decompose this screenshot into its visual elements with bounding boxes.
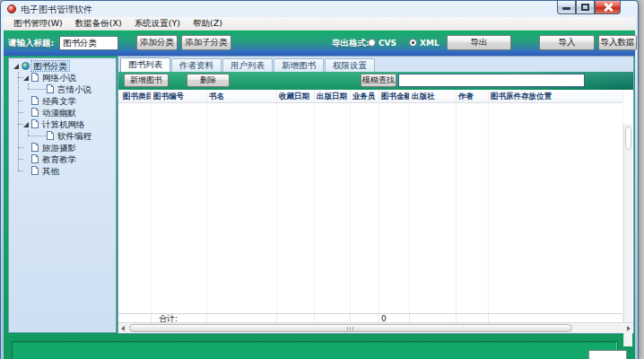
- menu-item[interactable]: 系统设置(Y): [128, 17, 187, 31]
- table-column: [277, 103, 315, 313]
- table-column: [315, 103, 351, 313]
- tree-item[interactable]: 软件编程: [9, 130, 116, 142]
- add-category-button[interactable]: 添加分类: [136, 35, 178, 50]
- tab-新增图书[interactable]: 新增图书: [274, 58, 324, 72]
- scroll-right-button[interactable]: [623, 323, 633, 333]
- document-icon: [31, 73, 39, 82]
- import-data-button[interactable]: 导入数据: [598, 35, 637, 50]
- tree-item[interactable]: 网络小说: [9, 72, 116, 83]
- scrollbar-gripper-icon: [347, 327, 354, 330]
- window-controls: [557, 1, 621, 14]
- app-window: 电子图书管理软件 图书管理(W)数据备份(X)系统设置(Y)帮助(Z) 请输入标…: [0, 0, 639, 359]
- scroll-left-button[interactable]: [118, 323, 128, 333]
- action-bar: 新增图书 删除 模糊查找: [118, 72, 633, 90]
- tree-item[interactable]: 旅游摄影: [9, 142, 116, 153]
- export-format-label: 导出格式:: [332, 38, 370, 49]
- tree-item[interactable]: 言情小说: [9, 83, 116, 95]
- radio-xml[interactable]: [409, 39, 417, 47]
- document-icon: [31, 119, 39, 128]
- tree-item-label: 计算机网络: [40, 119, 87, 129]
- tree-item[interactable]: 教育教学: [9, 153, 116, 165]
- radio-cvs-label[interactable]: CVS: [379, 39, 396, 48]
- minimize-icon: [562, 7, 570, 10]
- menu-bar: 图书管理(W)数据备份(X)系统设置(Y)帮助(Z): [4, 17, 635, 31]
- title-input-label: 请输入标题:: [8, 38, 54, 49]
- table-column: [121, 103, 152, 313]
- document-icon: [31, 108, 39, 117]
- table-column: [410, 103, 457, 313]
- toolbar: 请输入标题: 添加分类 添加子分类 导出格式: CVS XML 导出 导入 导入…: [4, 31, 635, 56]
- horizontal-scrollbar[interactable]: [118, 322, 633, 333]
- vertical-scrollbar[interactable]: [623, 124, 632, 346]
- tab-图书列表[interactable]: 图书列表: [120, 57, 170, 72]
- export-button[interactable]: 导出: [447, 35, 511, 50]
- bottom-panel: [12, 341, 618, 359]
- fuzzy-search-button[interactable]: 模糊查找: [361, 74, 396, 87]
- tree-item-label: 图书分类: [31, 61, 69, 71]
- table-header: 图书类目图书编号书名收藏日期出版日期业务员图书金额出版社作者图书原件存放位置: [118, 90, 622, 103]
- column-header[interactable]: 图书编号: [152, 90, 207, 102]
- document-icon: [31, 154, 39, 163]
- tab-权限设置[interactable]: 权限设置: [325, 58, 375, 72]
- close-button[interactable]: [595, 1, 621, 14]
- maximize-button[interactable]: [576, 1, 595, 14]
- column-header[interactable]: 图书金额: [379, 90, 410, 102]
- expand-arrow-icon[interactable]: [23, 75, 29, 81]
- table-column: [207, 103, 277, 313]
- column-header[interactable]: 图书原件存放位置: [489, 90, 623, 102]
- radio-cvs[interactable]: [368, 39, 376, 47]
- search-input[interactable]: [398, 74, 585, 87]
- column-header[interactable]: 图书类目: [121, 90, 152, 102]
- column-header[interactable]: 书名: [207, 90, 277, 102]
- menu-item[interactable]: 帮助(Z): [187, 17, 229, 31]
- tree-connector: [28, 136, 46, 136]
- tree-item[interactable]: 计算机网络: [9, 118, 116, 130]
- tree-item[interactable]: 经典文学: [9, 95, 116, 107]
- tree-item-label: 旅游摄影: [40, 143, 78, 153]
- tree-item[interactable]: 图书分类: [9, 60, 116, 72]
- tree-item[interactable]: 其他: [9, 165, 116, 177]
- book-table: 图书类目图书编号书名收藏日期出版日期业务员图书金额出版社作者图书原件存放位置 合…: [118, 90, 633, 333]
- document-icon: [31, 143, 39, 152]
- menu-item[interactable]: 数据备份(X): [69, 17, 128, 31]
- add-subcategory-button[interactable]: 添加子分类: [181, 35, 231, 50]
- table-column: [457, 103, 489, 313]
- column-header[interactable]: 业务员: [351, 90, 379, 102]
- column-header[interactable]: 出版社: [410, 90, 457, 102]
- expand-arrow-icon[interactable]: [23, 122, 29, 127]
- tree-item-label: 网络小说: [40, 73, 78, 83]
- expand-arrow-icon[interactable]: [13, 64, 19, 69]
- tree-connector: [18, 101, 23, 101]
- table-column: [351, 103, 379, 313]
- window-title: 电子图书管理软件: [21, 4, 92, 16]
- document-icon: [47, 84, 54, 93]
- tree-item[interactable]: 动漫幽默: [9, 107, 116, 118]
- delete-button[interactable]: 删除: [187, 74, 230, 87]
- title-bar[interactable]: 电子图书管理软件: [1, 1, 638, 17]
- column-header[interactable]: 收藏日期: [277, 90, 315, 102]
- vertical-scrollbar-thumb[interactable]: [625, 127, 631, 150]
- table-column: [379, 103, 410, 313]
- table-column: [489, 103, 623, 313]
- tab-作者资料[interactable]: 作者资料: [171, 58, 222, 72]
- title-input[interactable]: [59, 36, 118, 50]
- frame-content: 图书管理(W)数据备份(X)系统设置(Y)帮助(Z) 请输入标题: 添加分类 添…: [4, 17, 635, 359]
- tab-strip: 图书列表作者资料用户列表新增图书权限设置: [118, 57, 633, 72]
- menu-item[interactable]: 图书管理(W): [7, 17, 69, 31]
- tab-用户列表[interactable]: 用户列表: [222, 58, 273, 72]
- close-icon: [604, 3, 613, 12]
- radio-xml-label[interactable]: XML: [420, 39, 439, 48]
- arrow-left-icon: [121, 326, 125, 331]
- minimize-button[interactable]: [557, 1, 576, 14]
- bottom-text-box[interactable]: [588, 350, 627, 359]
- horizontal-scrollbar-thumb[interactable]: [129, 324, 572, 332]
- column-header[interactable]: 出版日期: [315, 90, 351, 102]
- category-tree: 图书分类网络小说言情小说经典文学动漫幽默计算机网络软件编程旅游摄影教育教学其他: [8, 57, 117, 333]
- table-body: [118, 103, 622, 313]
- document-icon: [47, 131, 54, 140]
- add-book-button[interactable]: 新增图书: [124, 74, 169, 87]
- import-button[interactable]: 导入: [539, 35, 595, 50]
- arrow-right-icon: [627, 326, 631, 331]
- column-header[interactable]: 作者: [457, 90, 489, 102]
- main-panel: 图书列表作者资料用户列表新增图书权限设置 新增图书 删除 模糊查找 图书类目图书…: [117, 56, 634, 334]
